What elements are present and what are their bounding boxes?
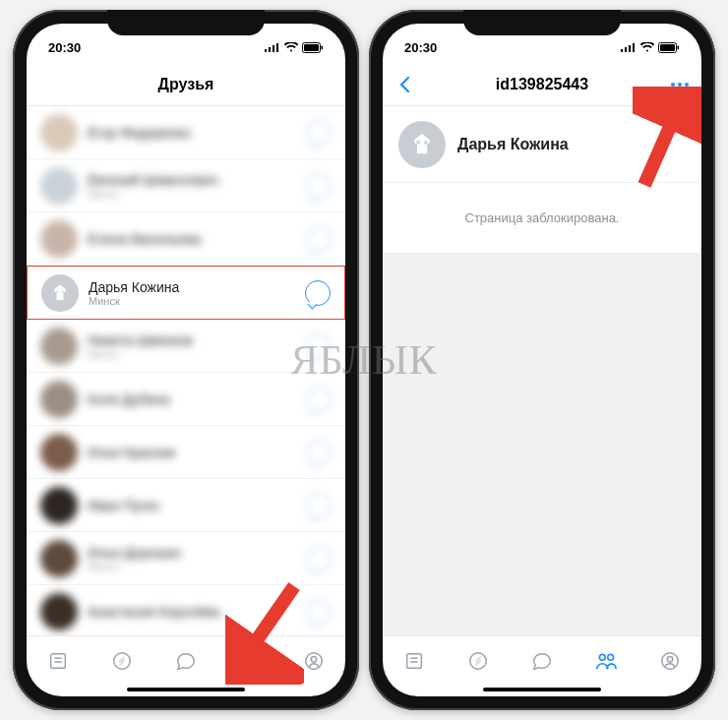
list-item[interactable]: Анастасия Королёва [27, 585, 345, 635]
friend-name: Коля Дубина [88, 391, 306, 407]
svg-point-13 [251, 654, 257, 660]
notch [107, 10, 265, 35]
phone-right: 20:30 id139825443 Дарья Кожина [369, 10, 715, 710]
message-icon[interactable] [305, 280, 331, 306]
svg-rect-22 [660, 44, 675, 51]
avatar [40, 167, 78, 205]
friend-sub: Минск [88, 561, 306, 572]
friend-sub: Минск [88, 348, 306, 360]
tab-messages[interactable] [528, 647, 556, 675]
tab-profile[interactable] [656, 647, 684, 675]
svg-point-15 [311, 656, 317, 662]
avatar [40, 381, 78, 418]
list-item[interactable]: Иван Пугач [27, 479, 345, 532]
screen-left: 20:30 Друзья Егор Федоренко Евгений Шимо… [27, 24, 345, 696]
tab-profile[interactable] [300, 647, 328, 675]
friend-name: Анастасия Королёва [88, 604, 306, 620]
list-item[interactable]: Елена Васильева [27, 212, 345, 266]
svg-rect-6 [322, 45, 324, 49]
avatar [40, 593, 78, 630]
message-icon[interactable] [306, 440, 332, 465]
blocked-message: Страница заблокирована. [383, 183, 701, 253]
phone-left: 20:30 Друзья Егор Федоренко Евгений Шимо… [13, 10, 359, 710]
page-title: Друзья [158, 76, 214, 93]
svg-marker-11 [120, 657, 124, 664]
message-icon[interactable] [306, 120, 332, 146]
friend-name: Егор Федоренко [88, 125, 306, 141]
avatar [40, 220, 78, 258]
profile-name: Дарья Кожина [457, 136, 569, 153]
header: id139825443 [383, 63, 701, 106]
tab-news[interactable] [400, 647, 428, 675]
signal-icon [265, 42, 280, 52]
svg-rect-17 [621, 49, 623, 52]
friend-sub: Минск [89, 295, 305, 307]
svg-rect-0 [265, 49, 267, 52]
home-indicator[interactable] [127, 688, 245, 691]
empty-area [383, 253, 701, 635]
status-time: 20:30 [404, 40, 437, 55]
svg-point-36 [599, 654, 605, 660]
svg-rect-19 [629, 45, 631, 52]
message-icon[interactable] [306, 173, 332, 199]
screen-right: 20:30 id139825443 Дарья Кожина [383, 24, 701, 696]
avatar [40, 114, 78, 151]
list-item[interactable]: Евгений ШимоловичМинск [27, 159, 345, 212]
back-button[interactable] [393, 73, 416, 96]
message-icon[interactable] [306, 546, 332, 571]
status-time: 20:30 [48, 40, 81, 55]
friend-name: Илья Красник [88, 445, 306, 460]
list-item[interactable]: Коля Дубина [27, 373, 345, 426]
home-indicator[interactable] [483, 688, 601, 691]
svg-point-37 [607, 654, 613, 660]
message-icon[interactable] [306, 387, 332, 412]
list-item[interactable]: Егор Федоренко [27, 106, 345, 159]
notch [463, 10, 621, 35]
avatar [40, 328, 78, 365]
chevron-left-icon [398, 76, 410, 93]
friends-list[interactable]: Егор Федоренко Евгений ШимоловичМинск Ел… [27, 106, 345, 635]
message-icon[interactable] [306, 599, 332, 625]
tab-messages[interactable] [172, 647, 200, 675]
tab-news[interactable] [44, 647, 72, 675]
message-icon[interactable] [306, 493, 332, 518]
list-item[interactable]: Илья ДорошкоМинск [27, 532, 345, 585]
tab-discover[interactable] [108, 647, 136, 675]
friend-name: Иван Пугач [88, 498, 306, 513]
svg-rect-1 [269, 47, 271, 52]
svg-point-38 [661, 652, 678, 669]
friend-name: Елена Васильева [88, 231, 306, 247]
avatar [40, 487, 78, 524]
profile-area: Дарья Кожина Страница заблокирована. [383, 106, 701, 635]
svg-rect-18 [625, 47, 627, 52]
profile-header: Дарья Кожина [383, 106, 701, 183]
friend-name: Илья Дорошко [88, 545, 306, 561]
svg-rect-31 [407, 653, 422, 668]
list-item-highlighted[interactable]: Дарья Кожина Минск [27, 266, 345, 320]
signal-icon [621, 42, 637, 52]
list-item[interactable]: Никита ШвенковМинск [27, 320, 345, 373]
tab-discover[interactable] [464, 647, 492, 675]
more-button[interactable] [668, 73, 692, 96]
friend-name: Никита Швенков [88, 332, 306, 348]
banned-dog-icon [46, 279, 74, 307]
svg-point-12 [243, 654, 249, 660]
svg-point-26 [685, 83, 689, 87]
tab-friends[interactable] [592, 647, 620, 675]
message-icon[interactable] [306, 226, 332, 252]
friend-sub: Минск [88, 188, 306, 200]
battery-icon [658, 42, 680, 53]
list-item[interactable]: Илья Красник [27, 426, 345, 479]
svg-rect-23 [678, 45, 680, 49]
avatar [40, 540, 78, 577]
svg-rect-20 [633, 43, 635, 52]
friend-name: Евгений Шимолович [88, 172, 306, 188]
svg-rect-7 [51, 653, 66, 668]
avatar [40, 434, 78, 471]
svg-rect-5 [304, 44, 319, 51]
avatar-banned [398, 121, 446, 168]
svg-rect-2 [273, 45, 274, 52]
wifi-icon [284, 42, 298, 52]
message-icon[interactable] [306, 333, 332, 359]
tab-friends[interactable] [236, 647, 264, 675]
